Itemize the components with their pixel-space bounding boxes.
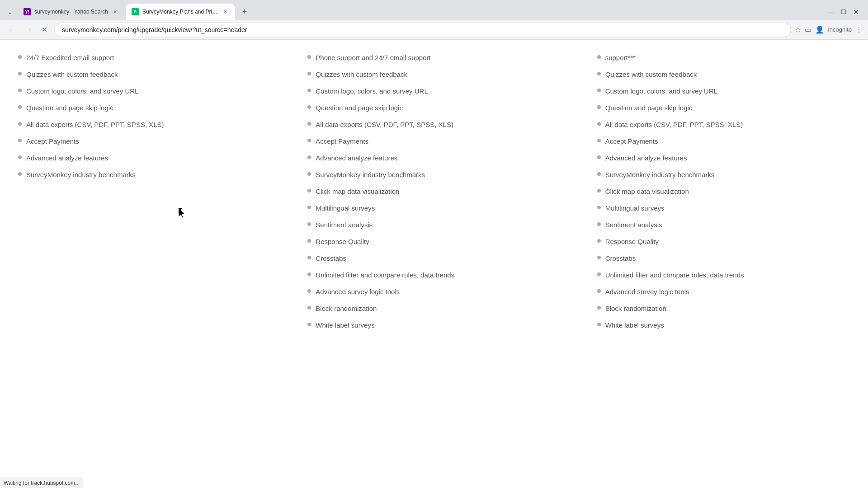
list-item: SurveyMonkey industry benchmarks bbox=[597, 166, 850, 183]
profile-icon[interactable]: 👤 bbox=[815, 25, 824, 34]
list-item: Quizzes with custom feedback bbox=[307, 66, 560, 83]
list-item: SurveyMonkey industry benchmarks bbox=[307, 166, 560, 183]
close-button[interactable]: ✕ bbox=[853, 8, 859, 16]
feature-text: Multilingual surveys bbox=[316, 203, 375, 213]
bullet-icon bbox=[597, 256, 601, 259]
feature-text: White label surveys bbox=[605, 320, 664, 330]
bullet-icon bbox=[307, 155, 311, 159]
bullet-icon bbox=[597, 72, 601, 75]
list-item: Quizzes with custom feedback bbox=[597, 66, 850, 83]
maximize-button[interactable]: □ bbox=[841, 8, 846, 16]
feature-list-2: Phone support and 24/7 email support Qui… bbox=[307, 49, 560, 333]
bullet-icon bbox=[307, 122, 311, 126]
bullet-icon bbox=[597, 189, 601, 192]
feature-text: Custom logo, colors, and survey URL bbox=[26, 86, 138, 96]
feature-text: Advanced analyze features bbox=[605, 153, 687, 163]
list-item: Click map data visualization bbox=[597, 183, 850, 200]
feature-text: Advanced survey logic tools bbox=[605, 287, 689, 296]
split-view-icon[interactable]: ▭ bbox=[805, 25, 811, 34]
bullet-icon bbox=[597, 306, 601, 310]
list-item: Advanced analyze features bbox=[18, 150, 271, 166]
feature-text: Advanced analyze features bbox=[26, 153, 108, 163]
list-item: Quizzes with custom feedback bbox=[18, 66, 271, 83]
list-item: Accept Payments bbox=[597, 133, 850, 150]
list-item: Phone support and 24/7 email support bbox=[307, 49, 560, 66]
feature-text: Question and page skip logic bbox=[605, 103, 693, 113]
list-item: Advanced analyze features bbox=[597, 150, 850, 166]
feature-text: White label surveys bbox=[316, 320, 374, 330]
bullet-icon bbox=[597, 272, 601, 276]
list-item: Multilingual surveys bbox=[597, 200, 850, 216]
address-bar: ← → ✕ surveymonkey.com/pricing/upgrade/q… bbox=[0, 20, 868, 40]
bullet-icon bbox=[597, 239, 601, 243]
back-button[interactable]: ← bbox=[5, 23, 18, 36]
feature-text: Block randomization bbox=[605, 304, 666, 313]
list-item: Question and page skip logic bbox=[597, 99, 850, 116]
feature-text: Accept Payments bbox=[316, 136, 368, 146]
list-item: Block randomization bbox=[307, 300, 560, 317]
list-item: Block randomization bbox=[597, 300, 850, 317]
list-item: All data exports (CSV, PDF, PPT, SPSS, X… bbox=[307, 116, 560, 133]
bullet-icon bbox=[307, 89, 311, 92]
feature-text: Multilingual surveys bbox=[605, 203, 665, 213]
list-item: All data exports (CSV, PDF, PPT, SPSS, X… bbox=[597, 116, 850, 133]
tab-bar: ⌄ Y! surveymonkey - Yahoo Search ✕ S Sur… bbox=[0, 0, 868, 20]
bullet-icon bbox=[597, 55, 601, 59]
page-content: 24/7 Expedited email support Quizzes wit… bbox=[0, 40, 868, 488]
feature-text: Quizzes with custom feedback bbox=[316, 70, 407, 79]
bullet-icon bbox=[307, 272, 311, 276]
feature-text: Accept Payments bbox=[605, 136, 658, 146]
bullet-icon bbox=[307, 55, 311, 59]
tab-surveymonkey-close[interactable]: ✕ bbox=[222, 8, 229, 15]
tab-yahoo-close[interactable]: ✕ bbox=[112, 8, 119, 15]
feature-list-3: support*** Quizzes with custom feedback … bbox=[597, 49, 850, 333]
feature-text: Response Quality bbox=[316, 237, 369, 246]
bullet-icon bbox=[597, 172, 601, 176]
tab-yahoo-title: surveymonkey - Yahoo Search bbox=[34, 9, 108, 15]
feature-text: All data exports (CSV, PDF, PPT, SPSS, X… bbox=[26, 120, 164, 129]
surveymonkey-favicon: S bbox=[132, 8, 139, 15]
feature-text: SurveyMonkey industry benchmarks bbox=[316, 170, 425, 179]
forward-button[interactable]: → bbox=[22, 23, 34, 36]
feature-text: Unlimited filter and compare rules, data… bbox=[316, 270, 454, 280]
tab-surveymonkey[interactable]: S SurveyMonkey Plans and Prici... ✕ bbox=[126, 4, 235, 20]
list-item: Unlimited filter and compare rules, data… bbox=[597, 267, 850, 283]
bullet-icon bbox=[597, 89, 601, 92]
feature-text: Unlimited filter and compare rules, data… bbox=[605, 270, 744, 280]
tab-yahoo-search[interactable]: Y! surveymonkey - Yahoo Search ✕ bbox=[18, 4, 124, 20]
feature-text: SurveyMonkey industry benchmarks bbox=[26, 170, 136, 179]
bullet-icon bbox=[18, 55, 22, 59]
window-controls: — □ ✕ bbox=[827, 8, 864, 16]
list-item: White label surveys bbox=[597, 317, 850, 333]
feature-text: Custom logo, colors, and survey URL bbox=[316, 86, 428, 96]
menu-icon[interactable]: ⋮ bbox=[855, 25, 863, 34]
new-tab-button[interactable]: + bbox=[238, 5, 251, 18]
list-item: Question and page skip logic bbox=[18, 99, 271, 116]
bullet-icon bbox=[597, 105, 601, 109]
bullet-icon bbox=[307, 206, 311, 209]
feature-text: All data exports (CSV, PDF, PPT, SPSS, X… bbox=[605, 120, 743, 129]
list-item: Multilingual surveys bbox=[307, 200, 560, 216]
bookmark-icon[interactable]: ☆ bbox=[795, 25, 801, 34]
bullet-icon bbox=[597, 139, 601, 142]
feature-text: Crosstabs bbox=[605, 253, 636, 263]
bullet-icon bbox=[307, 189, 311, 192]
feature-text: Block randomization bbox=[316, 304, 377, 313]
bullet-icon bbox=[307, 105, 311, 109]
reload-button[interactable]: ✕ bbox=[38, 23, 51, 36]
list-item: Custom logo, colors, and survey URL bbox=[307, 83, 560, 99]
list-item: All data exports (CSV, PDF, PPT, SPSS, X… bbox=[18, 116, 271, 133]
list-item: Crosstabs bbox=[307, 250, 560, 267]
list-item: Advanced survey logic tools bbox=[307, 283, 560, 300]
address-input[interactable]: surveymonkey.com/pricing/upgrade/quickvi… bbox=[54, 23, 791, 37]
bullet-icon bbox=[18, 172, 22, 176]
list-item: Sentiment analysis bbox=[597, 216, 850, 233]
minimize-button[interactable]: — bbox=[827, 8, 834, 16]
bullet-icon bbox=[307, 239, 311, 243]
tab-arrow-btn[interactable]: ⌄ bbox=[4, 5, 16, 18]
bullet-icon bbox=[597, 206, 601, 209]
list-item: Unlimited filter and compare rules, data… bbox=[307, 267, 560, 283]
bullet-icon bbox=[597, 155, 601, 159]
bullet-icon bbox=[597, 122, 601, 126]
list-item: Accept Payments bbox=[18, 133, 271, 150]
